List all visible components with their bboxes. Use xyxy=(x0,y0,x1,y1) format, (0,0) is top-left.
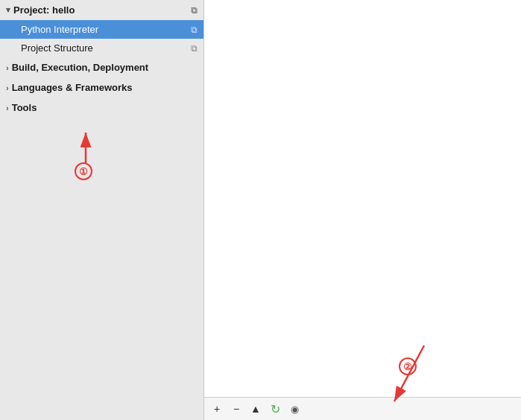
content-area xyxy=(204,0,521,397)
chevron-down-icon: ▾ xyxy=(6,5,10,15)
sidebar-section-label: Build, Execution, Deployment xyxy=(12,62,148,73)
remove-button[interactable]: − xyxy=(228,401,244,417)
sidebar-section-tools[interactable]: › Tools xyxy=(0,98,203,118)
sidebar-section-project[interactable]: ▾ Project: hello ⧉ xyxy=(0,0,203,20)
sidebar-section-label: Languages & Frameworks xyxy=(12,82,133,93)
sidebar-item-project-structure[interactable]: Project Structure ⧉ xyxy=(0,39,203,57)
project-section-label: Project: hello xyxy=(13,4,75,16)
main-content: + − ▲ ↻ ◉ ② xyxy=(204,0,521,420)
sidebar-section-build[interactable]: › Build, Execution, Deployment xyxy=(0,57,203,77)
sidebar-item-label: Project Structure xyxy=(21,42,93,54)
move-up-button[interactable]: ▲ xyxy=(247,401,264,417)
sidebar-item-python-interpreter[interactable]: Python Interpreter ⧉ xyxy=(0,20,203,39)
copy-icon-structure: ⧉ xyxy=(191,43,198,54)
refresh-button[interactable]: ↻ xyxy=(267,401,283,417)
annotation-circle-1: ① xyxy=(75,162,92,180)
copy-icon: ⧉ xyxy=(191,5,198,16)
bottom-toolbar: + − ▲ ↻ ◉ xyxy=(204,397,521,420)
add-button[interactable]: + xyxy=(209,401,225,417)
sidebar-section-languages[interactable]: › Languages & Frameworks xyxy=(0,77,203,98)
copy-icon-python: ⧉ xyxy=(191,25,198,35)
show-button[interactable]: ◉ xyxy=(286,401,303,417)
sidebar: ▾ Project: hello ⧉ Python Interpreter ⧉ … xyxy=(0,0,204,420)
chevron-right-icon: › xyxy=(6,83,9,92)
sidebar-item-label: Python Interpreter xyxy=(21,24,98,35)
chevron-right-icon: › xyxy=(6,104,9,112)
sidebar-section-label: Tools xyxy=(12,102,37,113)
chevron-right-icon: › xyxy=(6,63,9,72)
